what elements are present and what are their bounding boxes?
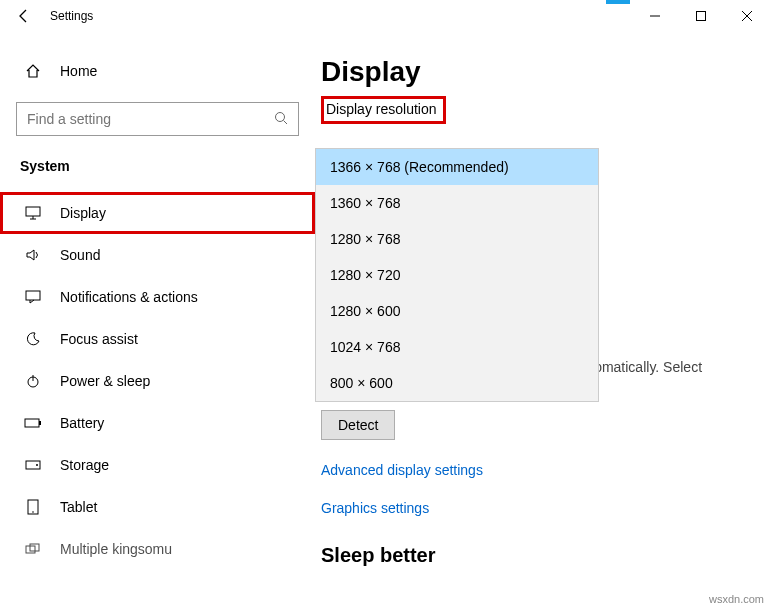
storage-icon bbox=[24, 460, 42, 470]
window-title: Settings bbox=[50, 9, 93, 23]
svg-rect-9 bbox=[26, 291, 40, 300]
message-icon bbox=[24, 290, 42, 304]
resolution-option[interactable]: 1360 × 768 bbox=[316, 185, 598, 221]
multi-icon bbox=[24, 543, 42, 555]
graphics-settings-link[interactable]: Graphics settings bbox=[321, 500, 750, 516]
sidebar-item-multiple[interactable]: Multiple kingsomu bbox=[0, 528, 315, 570]
sidebar-item-tablet[interactable]: Tablet bbox=[0, 486, 315, 528]
maximize-button[interactable] bbox=[678, 0, 724, 32]
search-field[interactable] bbox=[27, 111, 274, 127]
svg-point-4 bbox=[276, 112, 285, 121]
svg-point-17 bbox=[32, 511, 34, 513]
nav-label: Sound bbox=[60, 247, 100, 263]
back-button[interactable] bbox=[0, 0, 48, 32]
nav-label: Battery bbox=[60, 415, 104, 431]
sidebar-item-notifications[interactable]: Notifications & actions bbox=[0, 276, 315, 318]
sleep-better-heading: Sleep better bbox=[321, 544, 750, 567]
moon-icon bbox=[24, 332, 42, 346]
sidebar-item-storage[interactable]: Storage bbox=[0, 444, 315, 486]
sidebar-item-focus-assist[interactable]: Focus assist bbox=[0, 318, 315, 360]
accent-strip bbox=[606, 0, 630, 4]
nav-label: Focus assist bbox=[60, 331, 138, 347]
resolution-option[interactable]: 1280 × 768 bbox=[316, 221, 598, 257]
nav-label: Tablet bbox=[60, 499, 97, 515]
watermark: wsxdn.com bbox=[709, 593, 764, 605]
speaker-icon bbox=[24, 248, 42, 262]
svg-point-15 bbox=[36, 464, 38, 466]
power-icon bbox=[24, 374, 42, 388]
advanced-display-settings-link[interactable]: Advanced display settings bbox=[321, 462, 750, 478]
sidebar-item-battery[interactable]: Battery bbox=[0, 402, 315, 444]
page-title: Display bbox=[321, 56, 750, 88]
sidebar-item-display[interactable]: Display bbox=[0, 192, 315, 234]
resolution-option[interactable]: 1280 × 720 bbox=[316, 257, 598, 293]
search-icon bbox=[274, 111, 288, 128]
nav-label: Storage bbox=[60, 457, 109, 473]
nav-label: Notifications & actions bbox=[60, 289, 198, 305]
close-button[interactable] bbox=[724, 0, 770, 32]
sidebar-item-sound[interactable]: Sound bbox=[0, 234, 315, 276]
svg-rect-6 bbox=[26, 207, 40, 216]
search-input[interactable] bbox=[16, 102, 299, 136]
home-label: Home bbox=[60, 63, 97, 79]
detect-button[interactable]: Detect bbox=[321, 410, 395, 440]
nav-label: Power & sleep bbox=[60, 373, 150, 389]
home-icon bbox=[24, 63, 42, 79]
resolution-option[interactable]: 1024 × 768 bbox=[316, 329, 598, 365]
minimize-button[interactable] bbox=[632, 0, 678, 32]
section-title: System bbox=[0, 150, 315, 182]
home-button[interactable]: Home bbox=[0, 50, 315, 92]
nav-label: Multiple kingsomu bbox=[60, 541, 172, 557]
tablet-icon bbox=[24, 499, 42, 515]
sidebar-item-power-sleep[interactable]: Power & sleep bbox=[0, 360, 315, 402]
resolution-option[interactable]: 800 × 600 bbox=[316, 365, 598, 401]
content-pane: Display Display resolution 1366 × 768 (R… bbox=[315, 32, 770, 609]
svg-rect-1 bbox=[697, 12, 706, 21]
desktop-icon bbox=[24, 206, 42, 220]
battery-icon bbox=[24, 418, 42, 428]
display-resolution-label: Display resolution bbox=[321, 96, 446, 124]
nav-label: Display bbox=[60, 205, 106, 221]
svg-rect-13 bbox=[39, 421, 41, 425]
sidebar: Home System Display Sound Notifications … bbox=[0, 32, 315, 609]
resolution-option[interactable]: 1366 × 768 (Recommended) bbox=[316, 149, 598, 185]
svg-line-5 bbox=[284, 120, 288, 124]
svg-rect-12 bbox=[25, 419, 39, 427]
resolution-option[interactable]: 1280 × 600 bbox=[316, 293, 598, 329]
resolution-dropdown[interactable]: 1366 × 768 (Recommended) 1360 × 768 1280… bbox=[315, 148, 599, 402]
